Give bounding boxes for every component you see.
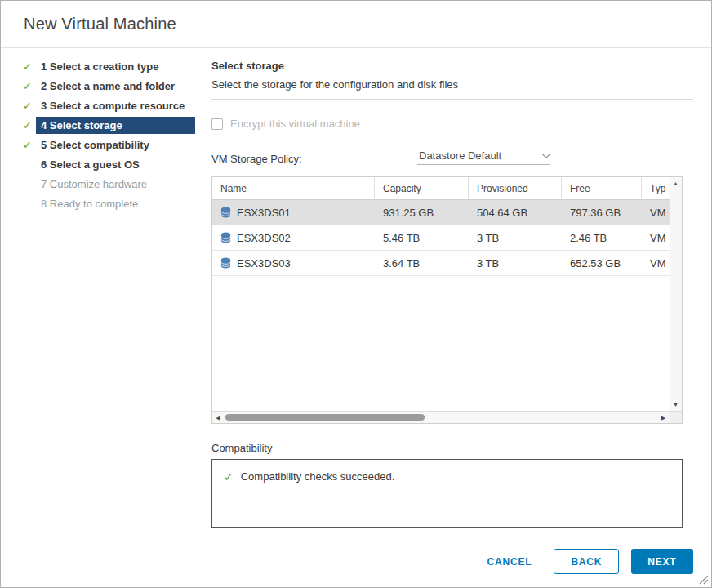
horizontal-scrollbar[interactable]: ◀ ▶ <box>212 411 670 423</box>
check-icon: ✓ <box>23 60 34 73</box>
dialog-titlebar: New Virtual Machine <box>1 1 711 48</box>
page-heading: Select storage <box>211 60 693 72</box>
step-item-8: 8 Ready to complete <box>23 194 195 213</box>
check-icon: ✓ <box>23 100 34 112</box>
datastore-table: Name Capacity Provisioned Free Typ ESX3D… <box>211 176 683 424</box>
step-label: 1 Select a creation type <box>36 58 195 75</box>
step-label: 5 Select compatibility <box>36 136 195 154</box>
column-header-name[interactable]: Name <box>212 177 375 199</box>
step-item-2[interactable]: ✓ 2 Select a name and folder <box>23 76 195 96</box>
vm-storage-policy-row: VM Storage Policy: Datastore Default <box>211 149 693 165</box>
chevron-down-icon <box>542 150 550 158</box>
wizard-content: Select storage Select the storage for th… <box>195 48 712 588</box>
dialog-title: New Virtual Machine <box>24 15 688 33</box>
column-header-capacity[interactable]: Capacity <box>375 177 469 199</box>
next-button[interactable]: NEXT <box>631 549 692 574</box>
cell-capacity: 931.25 GB <box>375 207 469 219</box>
cell-free: 797.36 GB <box>562 207 642 219</box>
datastore-row-esx3ds03[interactable]: ESX3DS03 3.64 TB 3 TB 652.53 GB VM <box>212 251 670 276</box>
cancel-button[interactable]: CANCEL <box>476 549 544 574</box>
scroll-down-icon[interactable]: ▼ <box>670 401 682 408</box>
cell-provisioned: 3 TB <box>469 232 562 244</box>
cell-type: VM <box>642 257 670 270</box>
column-header-provisioned[interactable]: Provisioned <box>469 177 562 199</box>
step-label: 6 Select a guest OS <box>36 156 195 173</box>
datastore-icon <box>220 207 231 218</box>
step-item-7: 7 Customize hardware <box>23 174 195 194</box>
vm-storage-policy-select[interactable]: Datastore Default <box>417 149 550 165</box>
resize-grip-icon[interactable] <box>698 574 709 585</box>
cell-free: 652.53 GB <box>562 257 642 270</box>
check-icon: ✓ <box>23 139 34 151</box>
success-check-icon: ✓ <box>224 470 234 483</box>
scroll-up-icon[interactable]: ▲ <box>670 180 682 187</box>
column-header-free[interactable]: Free <box>562 177 642 199</box>
vertical-scrollbar[interactable]: ▲ ▼ <box>670 177 682 411</box>
step-label: 2 Select a name and folder <box>36 78 195 95</box>
datastore-name: ESX3DS03 <box>237 257 291 270</box>
step-label: 4 Select storage <box>36 117 195 134</box>
cell-capacity: 3.64 TB <box>375 257 469 270</box>
new-vm-wizard-dialog: New Virtual Machine ✓ 1 Select a creatio… <box>0 0 712 588</box>
datastore-icon <box>220 257 231 269</box>
page-subheading: Select the storage for the configuration… <box>211 78 693 91</box>
step-item-1[interactable]: ✓ 1 Select a creation type <box>23 56 195 76</box>
check-icon: ✓ <box>23 119 34 131</box>
wizard-steps-nav: ✓ 1 Select a creation type ✓ 2 Select a … <box>1 48 195 588</box>
scroll-left-icon[interactable]: ◀ <box>212 414 224 421</box>
step-label: 7 Customize hardware <box>36 176 195 193</box>
cell-type: VM <box>642 207 670 219</box>
step-item-4-current[interactable]: ✓ 4 Select storage <box>23 115 195 135</box>
compatibility-label: Compatibility <box>211 442 693 454</box>
check-icon: ✓ <box>23 80 34 92</box>
step-item-5[interactable]: ✓ 5 Select compatibility <box>23 135 195 154</box>
wizard-footer: CANCEL BACK NEXT <box>211 549 693 574</box>
horizontal-scrollbar-track[interactable] <box>224 412 658 423</box>
vm-storage-policy-value: Datastore Default <box>419 149 501 162</box>
compatibility-box: ✓ Compatibility checks succeeded. <box>211 459 683 528</box>
cell-provisioned: 3 TB <box>469 257 562 270</box>
step-item-3[interactable]: ✓ 3 Select a compute resource <box>23 96 195 115</box>
datastore-row-esx3ds01[interactable]: ESX3DS01 931.25 GB 504.64 GB 797.36 GB V… <box>212 200 670 225</box>
datastore-row-esx3ds02[interactable]: ESX3DS02 5.46 TB 3 TB 2.46 TB VM <box>212 225 670 251</box>
cell-provisioned: 504.64 GB <box>469 207 562 219</box>
compatibility-message: Compatibility checks succeeded. <box>241 470 395 483</box>
back-button[interactable]: BACK <box>554 549 619 574</box>
step-label: 3 Select a compute resource <box>36 97 195 114</box>
cell-free: 2.46 TB <box>562 232 642 244</box>
divider <box>211 99 693 100</box>
column-header-type[interactable]: Typ <box>642 177 670 199</box>
cell-type: VM <box>642 232 670 244</box>
datastore-icon <box>220 232 231 243</box>
datastore-table-header: Name Capacity Provisioned Free Typ <box>212 177 670 200</box>
encrypt-vm-label: Encrypt this virtual machine <box>230 118 360 130</box>
cell-capacity: 5.46 TB <box>375 232 469 244</box>
encrypt-vm-checkbox[interactable] <box>211 118 223 130</box>
step-label: 8 Ready to complete <box>36 195 195 212</box>
scroll-right-icon[interactable]: ▶ <box>658 414 670 421</box>
vm-storage-policy-label: VM Storage Policy: <box>211 153 417 165</box>
encrypt-vm-option: Encrypt this virtual machine <box>211 118 693 130</box>
datastore-name: ESX3DS01 <box>237 207 291 219</box>
scrollbar-corner <box>670 411 682 423</box>
horizontal-scrollbar-thumb[interactable] <box>225 414 425 421</box>
datastore-name: ESX3DS02 <box>237 232 291 244</box>
step-item-6[interactable]: 6 Select a guest OS <box>23 154 195 174</box>
